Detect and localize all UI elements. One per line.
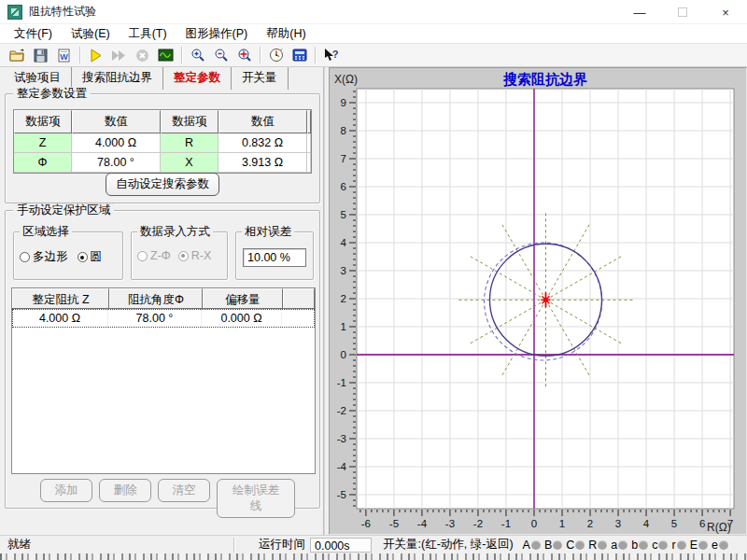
fast-forward-icon[interactable]: [107, 45, 131, 65]
menu-tools[interactable]: 工具(T): [120, 24, 176, 44]
context-help-icon[interactable]: ?: [319, 45, 343, 65]
svg-text:1: 1: [559, 518, 565, 529]
toolbar: W ?: [0, 43, 747, 67]
y-axis-label: X(Ω): [334, 73, 358, 86]
param-value[interactable]: 78.00 °: [72, 153, 161, 173]
svg-text:?: ?: [332, 49, 339, 60]
zone-offset: 0.000 Ω: [202, 309, 282, 328]
svg-text:7: 7: [341, 153, 346, 164]
param-value[interactable]: 0.832 Ω: [218, 133, 307, 153]
toolbar-separator: [315, 47, 316, 63]
svg-text:3: 3: [615, 518, 621, 529]
menu-bar: 文件(F) 试验(E) 工具(T) 图形操作(P) 帮助(H): [0, 24, 747, 43]
zoom-reset-icon[interactable]: [233, 45, 256, 65]
svg-text:9: 9: [341, 97, 346, 108]
indicator-dot: [618, 540, 627, 550]
indicator-dot: [639, 540, 648, 550]
menu-test[interactable]: 试验(E): [63, 24, 119, 44]
zones-table-body[interactable]: 4.000 Ω 78.00 ° 0.000 Ω: [11, 308, 316, 474]
indicator-dot: [677, 540, 686, 550]
svg-text:W: W: [60, 52, 68, 62]
save-icon[interactable]: [29, 45, 52, 65]
svg-text:5: 5: [671, 518, 677, 529]
tab-setting-parameters[interactable]: 整定参数: [163, 67, 232, 90]
switch-indicator-r: r: [671, 539, 685, 552]
param-name: Z: [14, 133, 72, 153]
svg-text:4: 4: [643, 518, 650, 529]
toolbar-separator: [260, 47, 261, 63]
param-name: X: [161, 153, 218, 173]
table-row-selected[interactable]: 4.000 Ω 78.00 ° 0.000 Ω: [12, 309, 315, 328]
app-icon: [7, 5, 22, 20]
menu-file[interactable]: 文件(F): [6, 24, 61, 44]
radio-r-x: R-X: [178, 249, 212, 262]
indicator-dot: [658, 540, 668, 550]
svg-text:0: 0: [341, 349, 346, 360]
clear-button[interactable]: 清空: [158, 479, 210, 502]
radio-polygon[interactable]: 多边形: [20, 249, 68, 265]
add-button[interactable]: 添加: [40, 479, 92, 502]
radio-r-x-icon: [178, 251, 189, 261]
stop-icon[interactable]: [131, 45, 154, 65]
switch-legend-label: 开关量:(红-动作, 绿-返回): [372, 537, 521, 553]
tab-switch-values[interactable]: 开关量: [232, 67, 289, 90]
svg-text:-6: -6: [361, 518, 371, 529]
panel-divider[interactable]: [323, 67, 325, 535]
svg-text:5: 5: [341, 209, 346, 220]
subgroup-title: 区域选择: [20, 225, 72, 238]
close-button[interactable]: ×: [704, 0, 747, 24]
table-row: Z 4.000 Ω R 0.832 Ω: [14, 133, 311, 153]
status-ready: 就绪: [0, 537, 233, 553]
svg-text:6: 6: [699, 518, 705, 529]
radio-z-phi: Z-Φ: [137, 249, 171, 262]
manual-protection-group: 手动设定保护区域 区域选择 多边形 圆 数据录入方式: [5, 210, 320, 509]
delete-button[interactable]: 删除: [99, 479, 151, 502]
param-value[interactable]: 3.913 Ω: [218, 153, 307, 173]
x-axis-label: R(Ω): [707, 521, 731, 534]
switch-indicator-a: a: [611, 539, 627, 552]
param-value[interactable]: 4.000 Ω: [72, 133, 161, 153]
calculator-icon[interactable]: [288, 45, 311, 65]
relative-error-input[interactable]: 10.00 %: [243, 248, 306, 267]
auto-set-search-params-button[interactable]: 自动设定搜索参数: [106, 173, 219, 196]
svg-text:3: 3: [341, 265, 346, 276]
export-word-icon[interactable]: W: [52, 45, 76, 65]
group-title: 手动设定保护区域: [13, 203, 114, 217]
menu-graph-ops[interactable]: 图形操作(P): [177, 24, 257, 44]
area-select-group: 区域选择 多边形 圆: [13, 231, 123, 280]
col-header: 数值: [218, 110, 307, 133]
window-title: 阻抗特性试验: [29, 4, 96, 20]
svg-text:-4: -4: [417, 518, 428, 529]
runtime-label: 运行时间: [234, 537, 310, 553]
timer-icon[interactable]: [264, 45, 288, 65]
switch-indicator-R: R: [588, 539, 607, 552]
runtime-value: 0.000s: [310, 538, 372, 553]
maximize-button[interactable]: [661, 0, 704, 24]
switch-indicator-b: b: [631, 539, 648, 552]
zone-impedance: 4.000 Ω: [12, 309, 108, 328]
switch-indicator-c: c: [652, 539, 668, 552]
minimize-button[interactable]: —: [618, 0, 661, 24]
waveform-screen-icon[interactable]: [154, 45, 177, 65]
run-test-icon[interactable]: [84, 45, 107, 65]
draw-error-line-button[interactable]: 绘制误差线: [217, 479, 295, 518]
radio-polygon-icon[interactable]: [20, 252, 30, 262]
col-header: 数据项: [161, 110, 218, 133]
impedance-plane-plot[interactable]: -6-5-4-3-2-101234567-5-4-3-2-10123456789: [330, 68, 746, 534]
param-name: Φ: [14, 153, 72, 173]
switch-indicator-A: A: [523, 539, 541, 552]
radio-z-phi-icon: [137, 251, 148, 261]
svg-text:-5: -5: [337, 489, 346, 500]
indicator-dot: [698, 540, 708, 550]
entry-mode-group: 数据录入方式 Z-Φ R-X: [131, 231, 228, 280]
menu-help[interactable]: 帮助(H): [258, 24, 314, 44]
open-icon[interactable]: [6, 45, 29, 65]
svg-text:-2: -2: [337, 405, 346, 416]
radio-circle[interactable]: 圆: [78, 249, 103, 265]
zoom-out-icon[interactable]: [209, 45, 233, 65]
impedance-chart-panel: -6-5-4-3-2-101234567-5-4-3-2-10123456789…: [329, 67, 747, 535]
switch-indicator-E: E: [690, 539, 708, 552]
zone-angle: 78.00 °: [108, 309, 202, 328]
zoom-in-icon[interactable]: [186, 45, 209, 65]
radio-circle-icon[interactable]: [78, 252, 88, 262]
